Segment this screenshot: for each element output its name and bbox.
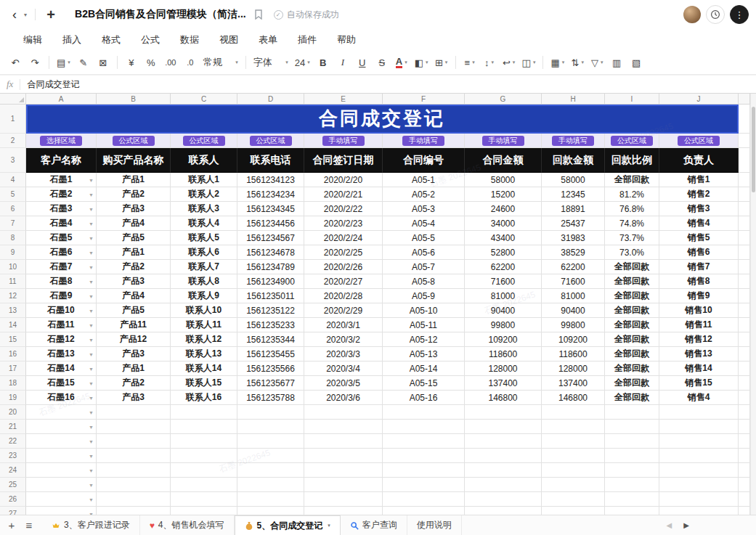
cell[interactable]: 58000 [542, 173, 605, 187]
cell[interactable] [739, 507, 750, 515]
cell[interactable] [739, 463, 750, 478]
row-header-26[interactable]: 26 [0, 492, 26, 507]
cell[interactable] [739, 420, 750, 434]
cell[interactable] [542, 507, 605, 515]
dropdown-caret-icon[interactable]: ▼ [89, 453, 94, 458]
cell[interactable]: 2020/3/2 [304, 332, 383, 347]
table-column-header[interactable]: 联系人 [171, 148, 237, 173]
cell[interactable]: 58000 [465, 173, 542, 187]
cell[interactable] [237, 420, 304, 434]
cell[interactable] [97, 420, 171, 434]
cell[interactable]: 2020/2/28 [304, 289, 383, 303]
cell[interactable] [383, 434, 465, 449]
sheet-tab[interactable]: 5、合同成交登记▾ [235, 515, 341, 535]
cell[interactable]: 销售14 [659, 362, 739, 376]
cell[interactable]: 石墨11▼ [26, 318, 97, 332]
cell[interactable]: 1561234900 [237, 274, 304, 289]
cell[interactable]: 销售10 [659, 303, 739, 318]
cell[interactable] [605, 449, 659, 463]
cell[interactable]: 2020/3/5 [304, 376, 383, 391]
cell[interactable]: 产品11 [97, 318, 171, 332]
cell[interactable]: 石墨16▼ [26, 391, 97, 405]
cell[interactable]: 1561235788 [237, 391, 304, 405]
cell[interactable]: 石墨15▼ [26, 376, 97, 391]
cell[interactable]: 1561234345 [237, 202, 304, 216]
cell[interactable] [739, 231, 750, 245]
column-header-d[interactable]: D [237, 94, 304, 104]
column-header-e[interactable]: E [304, 94, 383, 104]
cell[interactable] [465, 492, 542, 507]
column-header-f[interactable]: F [383, 94, 465, 104]
cell[interactable]: 产品1 [97, 362, 171, 376]
freeze-panes-button[interactable]: ▦▾ [548, 54, 567, 71]
cell[interactable]: 128000 [542, 362, 605, 376]
cell[interactable]: 公式区域 [97, 134, 171, 148]
font-size-button[interactable]: 24▾ [292, 54, 313, 71]
cell[interactable]: 手动填写 [304, 134, 383, 148]
dropdown-caret-icon[interactable]: ▼ [89, 351, 94, 356]
cell[interactable] [97, 492, 171, 507]
dropdown-caret-icon[interactable]: ▼ [89, 293, 94, 298]
column-header-g[interactable]: G [465, 94, 542, 104]
cell[interactable]: 128000 [465, 362, 542, 376]
cell[interactable]: ▼ [26, 405, 97, 420]
cell[interactable]: 销售4 [659, 391, 739, 405]
dropdown-caret-icon[interactable]: ▼ [89, 395, 94, 400]
cell[interactable]: 1561234567 [237, 231, 304, 245]
cell[interactable] [659, 405, 739, 420]
table-column-header[interactable]: 联系电话 [237, 148, 304, 173]
cell[interactable]: 公式区域 [237, 134, 304, 148]
dropdown-caret-icon[interactable]: ▼ [89, 467, 94, 473]
cell[interactable]: 2020/3/4 [304, 362, 383, 376]
cell[interactable] [465, 507, 542, 515]
cell[interactable]: 2020/2/21 [304, 187, 383, 202]
add-sheet-button[interactable]: + [3, 515, 20, 535]
cell[interactable] [739, 391, 750, 405]
cell[interactable] [605, 478, 659, 492]
cell[interactable]: 联系人5 [171, 231, 237, 245]
cell[interactable] [465, 420, 542, 434]
clear-format-button[interactable]: ⊠ [94, 54, 113, 71]
cell[interactable]: 1561235122 [237, 303, 304, 318]
cell[interactable] [739, 303, 750, 318]
italic-button[interactable]: I [333, 54, 352, 71]
cell[interactable]: 2020/3/3 [304, 347, 383, 362]
cell[interactable]: 全部回款 [605, 391, 659, 405]
cell[interactable]: 1561234234 [237, 187, 304, 202]
cell[interactable]: 全部回款 [605, 318, 659, 332]
sheet-list-button[interactable]: ≡ [20, 515, 38, 535]
cell[interactable]: A05-10 [383, 303, 465, 318]
table-column-header[interactable]: 回款金额 [542, 148, 605, 173]
table-column-header[interactable]: 客户名称 [26, 148, 97, 173]
cell[interactable]: 1561234123 [237, 173, 304, 187]
cell[interactable] [659, 449, 739, 463]
cell[interactable] [739, 148, 750, 173]
cell[interactable]: 1561234789 [237, 260, 304, 274]
cell[interactable]: 109200 [465, 332, 542, 347]
cell[interactable]: 81.2% [605, 187, 659, 202]
merge-cells-button[interactable]: ◫▾ [519, 54, 539, 71]
tab-menu-caret-icon[interactable]: ▾ [328, 523, 330, 528]
cell[interactable]: 90400 [542, 303, 605, 318]
cell[interactable]: 全部回款 [605, 274, 659, 289]
cell[interactable]: 石墨8▼ [26, 274, 97, 289]
increase-decimal-button[interactable]: .0 [181, 54, 200, 71]
cell[interactable]: A05-16 [383, 391, 465, 405]
new-document-button[interactable]: + [44, 7, 58, 22]
row-header-4[interactable]: 4 [0, 173, 26, 187]
row-header-20[interactable]: 20 [0, 405, 26, 420]
table-column-header[interactable]: 合同编号 [383, 148, 465, 173]
dropdown-caret-icon[interactable]: ▼ [89, 322, 94, 327]
vertical-align-button[interactable]: ↕▾ [480, 54, 499, 71]
cell[interactable] [739, 478, 750, 492]
dropdown-caret-icon[interactable]: ▼ [89, 337, 94, 342]
history-button[interactable] [706, 5, 725, 24]
cell[interactable] [237, 449, 304, 463]
row-header-13[interactable]: 13 [0, 303, 26, 318]
cell[interactable]: 销售4 [659, 216, 739, 231]
menu-item[interactable]: 视图 [211, 30, 247, 49]
cell[interactable]: A05-1 [383, 173, 465, 187]
cell[interactable]: ▼ [26, 463, 97, 478]
cell[interactable] [659, 492, 739, 507]
cell[interactable]: ▼ [26, 478, 97, 492]
